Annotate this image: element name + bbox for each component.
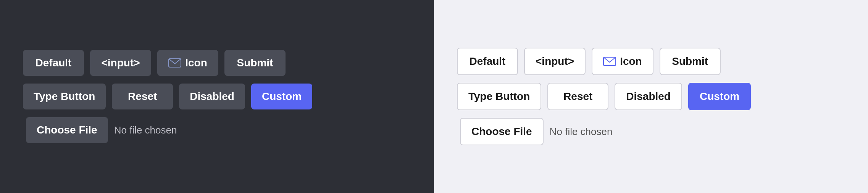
dark-row-2: Type Button Reset Disabled Custom xyxy=(23,84,411,109)
email-icon xyxy=(168,58,181,68)
dark-input-button[interactable]: <input> xyxy=(90,50,151,76)
light-disabled-button[interactable]: Disabled xyxy=(615,83,682,110)
light-file-row: Choose File No file chosen xyxy=(457,118,845,145)
dark-type-button[interactable]: Type Button xyxy=(23,84,106,109)
email-icon-light xyxy=(603,57,616,66)
dark-panel: Default <input> Icon Submit Type Button … xyxy=(0,0,434,193)
light-row-2: Type Button Reset Disabled Custom xyxy=(457,83,845,110)
light-type-button[interactable]: Type Button xyxy=(457,83,541,110)
light-panel: Default <input> Icon Submit Type Button … xyxy=(434,0,868,193)
dark-custom-button[interactable]: Custom xyxy=(251,84,312,109)
dark-file-status: No file chosen xyxy=(114,124,177,136)
light-submit-button[interactable]: Submit xyxy=(660,48,721,75)
dark-file-row: Choose File No file chosen xyxy=(23,117,411,143)
dark-disabled-button[interactable]: Disabled xyxy=(179,84,245,109)
light-input-button[interactable]: <input> xyxy=(524,48,586,75)
light-custom-button[interactable]: Custom xyxy=(688,83,751,110)
light-icon-button[interactable]: Icon xyxy=(592,48,653,75)
dark-row-1: Default <input> Icon Submit xyxy=(23,50,411,76)
dark-icon-label: Icon xyxy=(185,57,207,69)
dark-submit-button[interactable]: Submit xyxy=(224,50,286,76)
dark-choose-file-button[interactable]: Choose File xyxy=(26,117,108,143)
light-choose-file-button[interactable]: Choose File xyxy=(460,118,544,145)
light-row-1: Default <input> Icon Submit xyxy=(457,48,845,75)
light-file-status: No file chosen xyxy=(550,126,613,138)
dark-icon-button[interactable]: Icon xyxy=(157,50,218,76)
light-reset-button[interactable]: Reset xyxy=(547,83,608,110)
light-default-button[interactable]: Default xyxy=(457,48,518,75)
dark-reset-button[interactable]: Reset xyxy=(112,84,173,109)
dark-default-button[interactable]: Default xyxy=(23,50,84,76)
light-icon-label: Icon xyxy=(620,55,642,68)
